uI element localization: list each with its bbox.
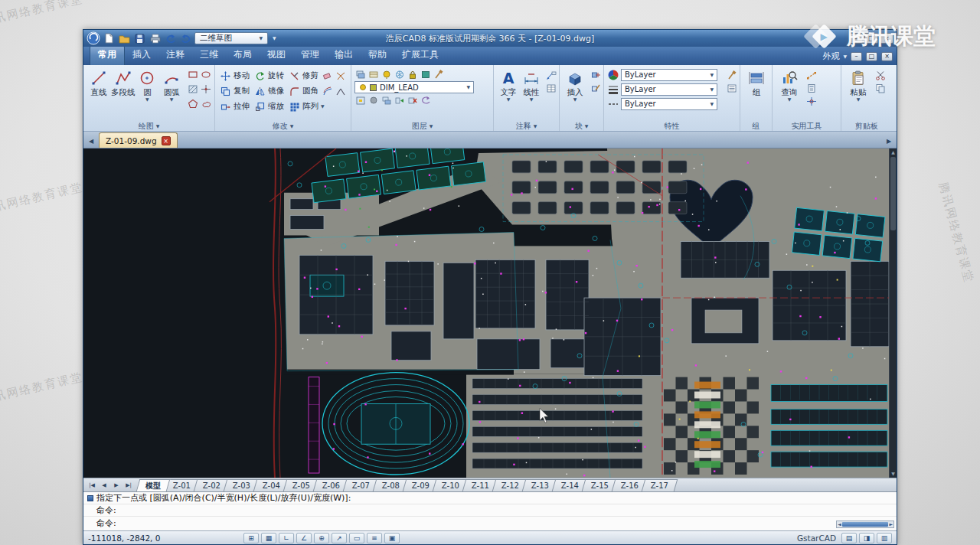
- command-scroll-right-icon[interactable]: ►: [889, 522, 893, 527]
- table-icon[interactable]: [545, 83, 557, 93]
- layer-lock-icon[interactable]: [407, 69, 418, 80]
- linetype-select[interactable]: ByLayer ▼: [621, 98, 717, 110]
- id-point-icon[interactable]: [805, 96, 817, 106]
- panel-draw-footer[interactable]: 绘图 ▼: [83, 121, 214, 131]
- layer-off-icon[interactable]: [368, 95, 379, 106]
- ribbon-tab-home[interactable]: 常用: [90, 45, 125, 65]
- panel-annotation-footer[interactable]: 注释 ▼: [494, 121, 559, 131]
- osnap-toggle[interactable]: ⊕: [314, 533, 329, 543]
- rotate-button[interactable]: 旋转: [253, 70, 286, 81]
- explode-icon[interactable]: [335, 70, 346, 81]
- layer-isolate-icon[interactable]: [354, 95, 366, 106]
- ribbon-tab-view[interactable]: 视图: [260, 45, 293, 65]
- open-file-button[interactable]: [118, 32, 131, 45]
- sheet-tab-model[interactable]: 模型: [136, 479, 171, 491]
- properties-list-icon[interactable]: [726, 83, 737, 93]
- create-block-icon[interactable]: [590, 70, 601, 80]
- offset-icon[interactable]: [322, 86, 333, 96]
- ribbon-tab-express[interactable]: 扩展工具: [394, 45, 446, 65]
- ortho-toggle[interactable]: ∟: [279, 533, 294, 543]
- app-logo-icon[interactable]: [87, 31, 100, 45]
- layer-merge-icon[interactable]: [394, 95, 405, 106]
- edit-block-icon[interactable]: [590, 83, 601, 93]
- polyline-button[interactable]: 多段线: [111, 67, 136, 96]
- layer-walk-icon[interactable]: [381, 95, 392, 106]
- sheet-tab[interactable]: Z-17: [642, 479, 678, 491]
- linear-dim-button[interactable]: 线性 ▼: [520, 67, 543, 102]
- move-button[interactable]: 移动: [218, 70, 251, 81]
- workspace-select[interactable]: 二维草图 ▼: [194, 32, 268, 44]
- point-icon[interactable]: [200, 84, 211, 95]
- otrack-toggle[interactable]: ↗: [332, 533, 347, 543]
- stretch-button[interactable]: 拉伸: [218, 101, 251, 112]
- insert-block-button[interactable]: 插入 ▼: [563, 67, 587, 102]
- panel-block-footer[interactable]: 块 ▼: [560, 121, 603, 131]
- ribbon-tab-3d[interactable]: 三维: [192, 45, 226, 65]
- copy-clip-icon[interactable]: [874, 83, 886, 93]
- command-window[interactable]: 指定下一点或 [圆弧(A)/闭合(C)/半宽(H)/长度(L)/放弃(U)/宽度…: [83, 491, 897, 530]
- save-button[interactable]: [133, 32, 146, 45]
- fillet-button[interactable]: 圆角: [287, 86, 320, 96]
- sheet-prev-icon[interactable]: ◀: [98, 482, 110, 491]
- doc-close-button[interactable]: ×: [881, 52, 893, 61]
- ribbon-tab-output[interactable]: 输出: [327, 45, 361, 65]
- layer-bulb-icon[interactable]: [358, 82, 367, 93]
- arc-button[interactable]: 圆弧 ▼: [159, 67, 184, 102]
- document-tab-close-icon[interactable]: ×: [162, 136, 171, 145]
- command-scroll-left-icon[interactable]: ◄: [838, 522, 841, 527]
- undo-button[interactable]: [164, 32, 177, 45]
- line-button[interactable]: 直线: [87, 67, 111, 96]
- panel-utilities-footer[interactable]: 实用工具: [773, 121, 841, 131]
- minimize-button[interactable]: –: [849, 33, 863, 44]
- revision-cloud-icon[interactable]: [200, 99, 211, 109]
- paste-button[interactable]: 粘贴 ▼: [844, 67, 872, 102]
- print-button[interactable]: [149, 32, 162, 45]
- workspace-switch-toggle[interactable]: ◨: [859, 533, 874, 543]
- clean-screen-toggle[interactable]: ▥: [877, 533, 892, 543]
- layer-match-icon[interactable]: [433, 69, 444, 80]
- dyn-toggle[interactable]: ▭: [349, 533, 364, 543]
- annotation-scale-toggle[interactable]: ▤: [841, 533, 857, 543]
- panel-properties-footer[interactable]: 特性: [604, 121, 740, 131]
- scroll-down-icon[interactable]: ▼: [890, 470, 897, 478]
- layer-on-icon[interactable]: [381, 69, 392, 80]
- erase-icon[interactable]: [322, 70, 333, 81]
- layer-states-icon[interactable]: [368, 69, 379, 80]
- sheet-first-icon[interactable]: |◀: [86, 482, 98, 491]
- layer-properties-icon[interactable]: [354, 69, 366, 80]
- ribbon-tab-manage[interactable]: 管理: [293, 45, 327, 65]
- maximize-button[interactable]: □: [864, 33, 878, 44]
- distance-icon[interactable]: [805, 70, 817, 80]
- measure-button[interactable]: 查询 ▼: [776, 67, 803, 102]
- redo-button[interactable]: [179, 32, 192, 45]
- text-button[interactable]: A 文字 ▼: [497, 67, 520, 102]
- cut-icon[interactable]: [874, 70, 886, 80]
- ribbon-tab-layout[interactable]: 布局: [226, 45, 260, 65]
- multileader-icon[interactable]: [545, 70, 557, 80]
- rectangle-icon[interactable]: [187, 70, 198, 80]
- ellipse-icon[interactable]: [200, 70, 211, 80]
- lineweight-toggle[interactable]: ≡: [367, 533, 382, 543]
- calculator-icon[interactable]: [805, 83, 817, 93]
- scroll-thumb[interactable]: [890, 157, 896, 230]
- grid-toggle[interactable]: ▦: [261, 533, 276, 543]
- layer-previous-icon[interactable]: [420, 95, 431, 106]
- scroll-up-icon[interactable]: ▲: [890, 148, 897, 156]
- doc-tab-scroll-right-icon[interactable]: ▶: [884, 138, 893, 148]
- close-button[interactable]: ×: [880, 33, 893, 44]
- layer-select[interactable]: DIM_LEAD ▼: [354, 81, 474, 93]
- panel-group-footer[interactable]: 组: [740, 121, 772, 131]
- ribbon-tab-help[interactable]: 帮助: [361, 45, 394, 65]
- color-select[interactable]: ByLayer ▼: [621, 69, 717, 81]
- scale-button[interactable]: 缩放: [253, 101, 286, 112]
- trim-button[interactable]: 修剪: [287, 70, 320, 81]
- layer-color-icon[interactable]: [420, 69, 431, 80]
- layer-delete-icon[interactable]: [407, 95, 418, 106]
- model-space-toggle[interactable]: ▣: [384, 533, 400, 543]
- appearance-menu[interactable]: 外观: [822, 51, 839, 62]
- polygon-icon[interactable]: [187, 99, 198, 109]
- join-icon[interactable]: [335, 86, 346, 96]
- qat-menu-caret-icon[interactable]: ▼: [270, 36, 279, 41]
- document-tab[interactable]: Z-01-09.dwg ×: [99, 132, 178, 148]
- mirror-button[interactable]: 镜像: [253, 86, 286, 96]
